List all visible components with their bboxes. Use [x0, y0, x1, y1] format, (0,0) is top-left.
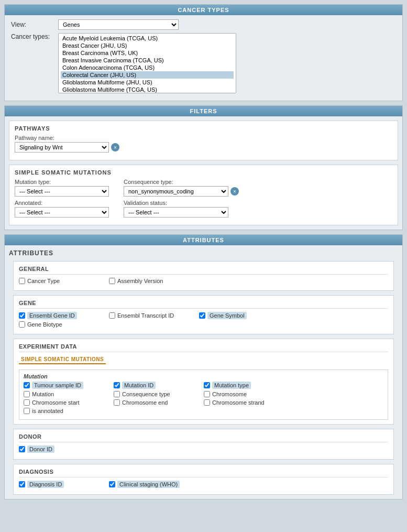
gene-symbol-checkbox[interactable]	[199, 312, 205, 319]
cancer-types-section: Cancer Types View: Genes Cancer types: A…	[4, 4, 403, 101]
diagnosis-id-field: Diagnosis ID	[19, 481, 103, 488]
consequence-type-select[interactable]: non_synonymous_coding	[124, 186, 228, 197]
clinical-staging-checkbox[interactable]	[109, 481, 115, 487]
pathways-subsection: PATHWAYS Pathway name: Signaling by Wnt …	[9, 121, 398, 160]
mutation-type-checkbox[interactable]	[204, 382, 210, 388]
attributes-section: Attributes ATTRIBUTES GENERAL Cancer Typ…	[4, 234, 403, 500]
ensembl-gene-id-field: Ensembl Gene ID	[19, 312, 103, 319]
gene-biotype-label: Gene Biotype	[27, 321, 62, 328]
chromosome-checkbox[interactable]	[204, 391, 210, 397]
mutation-id-checkbox[interactable]	[114, 382, 120, 388]
chromosome-strand-label: Chromosome strand	[212, 399, 265, 406]
donor-subsection: DONOR Donor ID	[13, 429, 394, 460]
mutation-checkbox[interactable]	[24, 391, 30, 397]
donor-id-checkbox[interactable]	[19, 446, 25, 452]
cancer-type-label: Cancer Type	[27, 278, 60, 284]
consequence-type-label: Consequence type:	[124, 179, 239, 185]
filters-header: Filters	[5, 106, 402, 116]
pathways-title: PATHWAYS	[15, 125, 392, 132]
donor-id-field: Donor ID	[19, 446, 103, 453]
diagnosis-subsection: DIAGNOSIS Diagnosis ID Clinical staging …	[13, 464, 394, 495]
mutation-type-field: Mutation type	[204, 382, 288, 389]
gene-subsection: GENE Ensembl Gene ID Ensembl Transcript …	[13, 295, 394, 334]
mutation-type-select[interactable]: --- Select ---	[15, 186, 109, 197]
chromosome-start-field: Chromosome start	[24, 399, 107, 406]
gene-symbol-label: Gene Symbol	[207, 312, 247, 319]
chromosome-strand-checkbox[interactable]	[204, 399, 210, 406]
ssm-tab[interactable]: SIMPLE SOMATIC MUTATIONS	[19, 355, 106, 364]
assembly-version-label: Assembly Version	[117, 278, 163, 284]
pathway-select[interactable]: Signaling by Wnt	[15, 142, 109, 153]
mutation-field: Mutation	[24, 391, 107, 397]
chromosome-end-checkbox[interactable]	[114, 399, 120, 406]
ensembl-transcript-id-label: Ensembl Transcript ID	[117, 312, 174, 319]
donor-title: DONOR	[19, 433, 388, 442]
diagnosis-id-label: Diagnosis ID	[27, 481, 64, 488]
cancer-types-header: Cancer Types	[5, 5, 402, 15]
cancer-types-label: Cancer types:	[11, 33, 58, 40]
chromosome-strand-field: Chromosome strand	[204, 399, 288, 406]
chromosome-end-field: Chromosome end	[114, 399, 197, 406]
mutation-type-label: Mutation type	[212, 382, 251, 389]
chromosome-label: Chromosome	[212, 391, 247, 397]
chromosome-field: Chromosome	[204, 391, 288, 397]
general-subsection: GENERAL Cancer Type Assembly Version	[13, 261, 394, 291]
tumour-sample-id-label: Tumour sample ID	[32, 382, 83, 389]
assembly-version-field: Assembly Version	[109, 278, 193, 284]
validation-status-select[interactable]: --- Select ---	[124, 207, 228, 218]
view-label: View:	[11, 21, 58, 28]
experiment-data-title: EXPERIMENT DATA	[19, 343, 388, 352]
gene-biotype-checkbox[interactable]	[19, 321, 25, 328]
consequence-type-checkbox[interactable]	[114, 391, 120, 397]
chromosome-end-label: Chromosome end	[122, 399, 168, 406]
ensembl-transcript-id-checkbox[interactable]	[109, 312, 115, 319]
pathway-remove-btn[interactable]: ×	[111, 143, 119, 151]
cancer-type-checkbox[interactable]	[19, 278, 25, 284]
assembly-version-checkbox[interactable]	[109, 278, 115, 284]
ssm-filter-title: SIMPLE SOMATIC MUTATIONS	[15, 169, 392, 176]
is-annotated-label: is annotated	[32, 408, 63, 414]
chromosome-start-label: Chromosome start	[32, 399, 79, 406]
consequence-remove-btn[interactable]: ×	[230, 187, 239, 196]
tumour-sample-id-checkbox[interactable]	[24, 382, 30, 388]
gene-title: GENE	[19, 300, 388, 309]
annotated-label: Annotated:	[15, 200, 109, 206]
mutation-id-label: Mutation ID	[122, 382, 156, 389]
mutation-label: Mutation	[32, 391, 54, 397]
ensembl-gene-id-label: Ensembl Gene ID	[27, 312, 77, 319]
consequence-type-label: Consequence type	[122, 391, 170, 397]
validation-status-label: Validation status:	[124, 200, 228, 206]
attributes-main-title: ATTRIBUTES	[9, 249, 398, 257]
is-annotated-field: is annotated	[24, 408, 107, 414]
experiment-data-subsection: EXPERIMENT DATA SIMPLE SOMATIC MUTATIONS…	[13, 339, 394, 425]
diagnosis-title: DIAGNOSIS	[19, 469, 388, 477]
ssm-filter-subsection: SIMPLE SOMATIC MUTATIONS Mutation type: …	[9, 165, 398, 225]
filters-section: Filters PATHWAYS Pathway name: Signaling…	[4, 105, 403, 230]
mutation-type-label: Mutation type:	[15, 179, 109, 185]
cancer-types-listbox[interactable]: Acute Myeloid Leukemia (TCGA, US)Breast …	[58, 33, 236, 93]
is-annotated-checkbox[interactable]	[24, 408, 30, 414]
consequence-type-field: Consequence type	[114, 391, 197, 397]
general-title: GENERAL	[19, 266, 388, 275]
clinical-staging-label: Clinical staging (WHO)	[117, 481, 180, 488]
gene-biotype-field: Gene Biotype	[19, 321, 103, 328]
attributes-header: Attributes	[5, 235, 402, 245]
view-select[interactable]: Genes	[58, 19, 179, 30]
cancer-type-field: Cancer Type	[19, 278, 103, 284]
mutation-subsection: Mutation Tumour sample ID Mutation ID Mu…	[19, 370, 388, 420]
mutation-title: Mutation	[24, 373, 383, 379]
ensembl-gene-id-checkbox[interactable]	[19, 312, 25, 319]
annotated-select[interactable]: --- Select ---	[15, 207, 109, 218]
gene-symbol-field: Gene Symbol	[199, 312, 283, 319]
ensembl-transcript-id-field: Ensembl Transcript ID	[109, 312, 193, 319]
tumour-sample-id-field: Tumour sample ID	[24, 382, 107, 389]
pathway-name-label: Pathway name:	[15, 135, 119, 141]
donor-id-label: Donor ID	[27, 446, 54, 453]
mutation-id-field: Mutation ID	[114, 382, 197, 389]
chromosome-start-checkbox[interactable]	[24, 399, 30, 406]
clinical-staging-field: Clinical staging (WHO)	[109, 481, 193, 488]
diagnosis-id-checkbox[interactable]	[19, 481, 25, 487]
